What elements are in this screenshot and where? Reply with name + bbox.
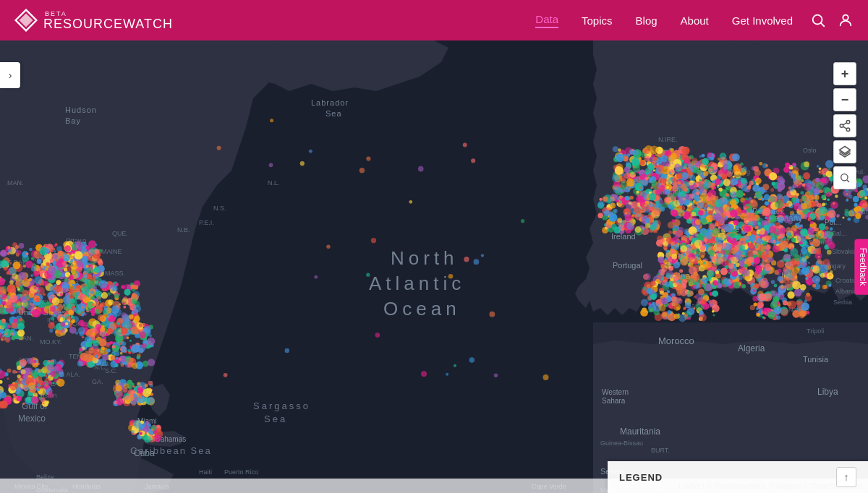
svg-text:Italy: Italy xyxy=(781,271,797,281)
svg-text:Mauritania: Mauritania xyxy=(620,426,660,437)
svg-text:N.B.: N.B. xyxy=(177,226,190,233)
svg-text:TENN.: TENN. xyxy=(69,353,88,360)
svg-text:Croatia: Croatia xyxy=(835,277,856,284)
svg-text:Oslo: Oslo xyxy=(803,147,817,154)
nav-link-blog[interactable]: Blog xyxy=(636,14,658,27)
svg-text:Sea: Sea xyxy=(326,109,342,118)
svg-text:Sea: Sea xyxy=(264,413,287,424)
svg-text:Houston: Houston xyxy=(33,392,57,399)
svg-text:WIS.: WIS. xyxy=(36,280,51,288)
svg-text:United: United xyxy=(658,179,679,187)
svg-text:OHIO: OHIO xyxy=(72,320,89,327)
svg-text:Puerto Rico: Puerto Rico xyxy=(224,468,258,476)
svg-text:Lithu...: Lithu... xyxy=(857,208,868,215)
svg-text:N.S.: N.S. xyxy=(213,205,226,212)
svg-text:TEX.: TEX. xyxy=(18,374,33,382)
legend-expand-button[interactable]: ↑ xyxy=(836,467,856,487)
svg-text:FLA.: FLA. xyxy=(123,382,137,389)
zoom-out-button[interactable]: − xyxy=(833,88,856,111)
svg-text:Belgium: Belgium xyxy=(720,208,744,215)
svg-text:Ocean: Ocean xyxy=(383,298,461,320)
share-button[interactable] xyxy=(833,114,856,137)
feedback-button[interactable]: Feedback xyxy=(855,239,868,295)
svg-text:Ottawa: Ottawa xyxy=(66,237,87,244)
svg-text:Switzerland: Switzerland xyxy=(735,241,769,248)
logo-area[interactable]: BETA RESOURCEWATCH xyxy=(14,9,173,32)
svg-text:IOWA: IOWA xyxy=(40,299,57,306)
svg-text:Hamburg: Hamburg xyxy=(723,168,750,176)
svg-text:MISS. ALA.: MISS. ALA. xyxy=(47,371,80,378)
user-icon xyxy=(838,12,854,28)
svg-text:Tunisia: Tunisia xyxy=(803,355,829,364)
zoom-in-icon: + xyxy=(841,67,849,82)
svg-text:MAINE: MAINE xyxy=(101,248,122,255)
nav-link-data[interactable]: Data xyxy=(535,13,558,28)
svg-text:Serbia: Serbia xyxy=(833,299,852,306)
svg-text:N.J.: N.J. xyxy=(95,280,107,288)
svg-text:MINN.: MINN. xyxy=(33,255,51,262)
map-container[interactable]: Hudson Bay Labrador Sea North Atlantic O… xyxy=(0,40,868,493)
logo-name: RESOURCEWATCH xyxy=(43,17,173,30)
svg-text:ILL.: ILL. xyxy=(47,317,58,324)
feedback-label: Feedback xyxy=(859,248,868,286)
svg-text:Algeria: Algeria xyxy=(738,343,765,353)
svg-text:Slovakia: Slovakia xyxy=(832,248,856,255)
svg-text:KAN.: KAN. xyxy=(18,335,33,342)
logo-icon xyxy=(14,9,38,32)
svg-text:Portugal: Portugal xyxy=(613,261,642,270)
svg-text:MASS.: MASS. xyxy=(105,270,125,277)
svg-text:Morocco: Morocco xyxy=(658,335,694,346)
nav-link-about[interactable]: About xyxy=(681,14,709,27)
nav-icons xyxy=(810,12,854,28)
svg-text:Cuba: Cuba xyxy=(134,448,155,458)
svg-text:MICH.: MICH. xyxy=(78,262,97,270)
svg-text:Frankfurt: Frankfurt xyxy=(723,223,750,230)
user-button[interactable] xyxy=(838,12,854,28)
svg-text:Hudson: Hudson xyxy=(65,106,97,114)
svg-text:Gulf of: Gulf of xyxy=(22,401,48,411)
layers-button[interactable] xyxy=(833,140,856,163)
layers-icon xyxy=(838,145,851,158)
svg-text:Republic: Republic xyxy=(809,239,835,246)
svg-text:PA.: PA. xyxy=(72,288,82,295)
svg-text:Pol...: Pol... xyxy=(825,218,841,226)
svg-text:Kingdom: Kingdom xyxy=(656,188,684,196)
svg-line-120 xyxy=(843,123,846,125)
svg-text:Atlanta: Atlanta xyxy=(88,360,109,367)
svg-text:P.E.I.: P.E.I. xyxy=(199,219,214,226)
svg-text:MAN.: MAN. xyxy=(7,179,24,187)
arrow-icon: › xyxy=(9,69,12,81)
share-icon xyxy=(838,119,851,132)
logo-text: BETA RESOURCEWATCH xyxy=(43,11,173,30)
svg-text:Mexico: Mexico xyxy=(18,413,46,424)
map-search-button[interactable] xyxy=(833,166,856,189)
svg-text:Toronto: Toronto xyxy=(73,255,95,262)
svg-text:Tripoli: Tripoli xyxy=(807,327,824,335)
svg-point-122 xyxy=(841,174,848,181)
svg-text:Sahara: Sahara xyxy=(602,397,626,405)
svg-text:Guinea-Bissau: Guinea-Bissau xyxy=(600,440,643,447)
zoom-out-icon: − xyxy=(841,93,849,108)
svg-text:Frankfurt: Frankfurt xyxy=(770,226,797,233)
svg-point-4 xyxy=(843,15,848,20)
nav-link-topics[interactable]: Topics xyxy=(582,14,613,27)
svg-text:Western: Western xyxy=(602,388,629,396)
search-icon xyxy=(810,12,826,28)
svg-text:N.L.: N.L. xyxy=(268,179,280,187)
svg-text:Hungary: Hungary xyxy=(821,262,846,270)
search-button[interactable] xyxy=(810,12,826,28)
svg-text:W.VA.: W.VA. xyxy=(58,302,75,309)
sidebar-toggle-button[interactable]: › xyxy=(0,62,20,88)
svg-text:BURT.: BURT. xyxy=(651,447,670,454)
svg-point-116 xyxy=(846,121,850,124)
svg-text:N.IRE.: N.IRE. xyxy=(658,136,678,143)
map-search-icon xyxy=(839,172,851,184)
nav-link-get-involved[interactable]: Get Involved xyxy=(732,14,793,27)
zoom-in-button[interactable]: + xyxy=(833,62,856,85)
svg-line-119 xyxy=(843,127,846,129)
svg-text:VA.: VA. xyxy=(87,299,97,306)
svg-text:WALESNO.: WALESNO. xyxy=(629,149,663,156)
svg-text:S.DAK.: S.DAK. xyxy=(7,259,29,266)
svg-text:LA.: LA. xyxy=(51,380,61,387)
legend-bar: LEGEND ↑ xyxy=(608,461,868,493)
